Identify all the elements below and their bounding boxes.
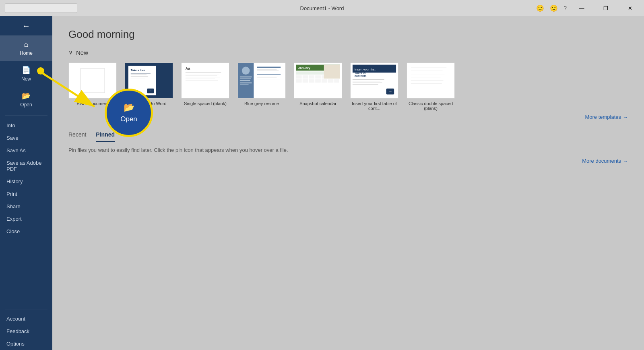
svg-rect-17 [186, 80, 218, 81]
menu-item-share[interactable]: Share [0, 200, 52, 213]
svg-rect-47 [309, 79, 314, 83]
template-toc[interactable]: Insert your first Table of contents → In… [350, 62, 398, 111]
document-tabs: Recent Pinned [68, 128, 628, 142]
template-label-calendar: Snapshot calendar [299, 101, 336, 106]
template-thumb-single-spaced: Aa [181, 62, 229, 99]
svg-rect-22 [240, 77, 252, 77]
titlebar: Document1 - Word 🙂 🙁 ? — ❐ ✕ [0, 0, 644, 16]
svg-rect-23 [240, 79, 251, 79]
close-button[interactable]: ✕ [621, 0, 639, 16]
menu-item-print[interactable]: Print [0, 188, 52, 200]
sidebar-label-home: Home [20, 50, 33, 56]
menu-item-export[interactable]: Export [0, 213, 52, 225]
menu-item-save-as[interactable]: Save As [0, 144, 52, 157]
menu-item-feedback[interactable]: Feedback [0, 325, 52, 338]
template-thumb-toc: Insert your first Table of contents → [350, 62, 398, 99]
svg-rect-32 [257, 77, 277, 78]
svg-rect-51 [334, 79, 339, 83]
svg-text:Take a tour: Take a tour [131, 69, 145, 72]
sidebar-divider-1 [5, 116, 47, 116]
template-single-spaced[interactable]: Aa Single spaced (blank) [181, 62, 229, 111]
svg-rect-38 [296, 75, 302, 79]
svg-rect-59 [353, 81, 380, 81]
svg-line-71 [38, 70, 95, 107]
svg-rect-27 [257, 67, 281, 68]
svg-rect-45 [296, 79, 302, 83]
open-button-overlay[interactable]: 📂 Open [105, 89, 153, 137]
svg-rect-25 [240, 83, 252, 83]
arrow-right-icon-2: → [623, 158, 628, 164]
search-input[interactable] [5, 3, 77, 13]
tab-recent[interactable]: Recent [68, 128, 86, 142]
annotation-arrow [34, 62, 115, 115]
new-section-label: New [76, 49, 88, 56]
svg-rect-33 [257, 79, 280, 79]
svg-rect-30 [257, 74, 281, 75]
svg-rect-5 [131, 75, 147, 75]
svg-rect-68 [411, 77, 441, 77]
maximize-button[interactable]: ❐ [597, 0, 615, 16]
svg-rect-13 [186, 74, 219, 74]
svg-rect-14 [186, 75, 217, 76]
svg-rect-16 [186, 79, 215, 79]
svg-rect-46 [303, 79, 308, 83]
svg-rect-60 [353, 83, 382, 83]
svg-rect-58 [353, 79, 384, 80]
titlebar-title: Document1 - Word [300, 5, 344, 11]
template-classic[interactable]: Classic double spaced (blank) [407, 62, 455, 111]
menu-item-account[interactable]: Account [0, 313, 52, 325]
sidebar-bottom: Account Feedback Options [0, 306, 52, 350]
template-label-toc: Insert your first table of cont... [350, 101, 398, 111]
svg-rect-18 [186, 82, 217, 82]
svg-rect-50 [328, 79, 334, 83]
template-calendar[interactable]: January [294, 62, 342, 111]
svg-rect-39 [303, 75, 308, 79]
titlebar-search-area[interactable] [5, 3, 77, 13]
svg-rect-7 [131, 78, 145, 78]
open-folder-icon: 📂 [22, 91, 31, 100]
svg-text:→: → [388, 89, 392, 93]
svg-rect-65 [411, 68, 447, 68]
greeting-text: Good morning [68, 28, 628, 41]
svg-rect-48 [315, 79, 321, 83]
menu-item-history[interactable]: History [0, 175, 52, 188]
svg-rect-40 [309, 75, 314, 79]
minimize-button[interactable]: — [572, 0, 591, 16]
svg-rect-29 [257, 70, 279, 71]
new-section-header[interactable]: ∨ New [68, 49, 628, 56]
help-icon[interactable]: ? [564, 5, 567, 11]
sidebar-label-new: New [21, 76, 31, 82]
svg-rect-26 [240, 85, 249, 85]
template-label-classic: Classic double spaced (blank) [407, 101, 455, 111]
templates-grid: Blank document Take a tour → [68, 62, 628, 111]
sidebar-label-open: Open [20, 102, 32, 108]
svg-rect-15 [186, 77, 221, 77]
menu-item-save[interactable]: Save [0, 132, 52, 144]
pinned-message: Pin files you want to easily find later.… [68, 147, 628, 153]
svg-rect-49 [322, 79, 327, 83]
sidebar-divider-2 [5, 309, 47, 309]
menu-item-save-adobe[interactable]: Save as Adobe PDF [0, 157, 52, 175]
svg-rect-61 [353, 84, 378, 85]
arrow-right-icon: → [623, 114, 628, 120]
svg-rect-4 [131, 73, 151, 73]
open-folder-overlay-icon: 📂 [124, 102, 134, 113]
back-button[interactable]: ← [0, 16, 52, 35]
template-thumb-resume [237, 62, 286, 99]
svg-text:Aa: Aa [186, 66, 190, 70]
menu-item-close[interactable]: Close [0, 225, 52, 238]
open-button-label: Open [120, 115, 137, 123]
sidebar-item-home[interactable]: ⌂ Home [0, 35, 52, 61]
svg-text:contents: contents [355, 74, 367, 78]
menu-item-info[interactable]: Info [0, 119, 52, 132]
template-resume[interactable]: Blue grey resume [237, 62, 286, 111]
menu-item-options[interactable]: Options [0, 338, 52, 350]
svg-text:January: January [298, 66, 311, 70]
emoji-happy-icon[interactable]: 🙂 [536, 4, 544, 12]
svg-text:→: → [149, 89, 152, 93]
template-thumb-calendar: January [294, 62, 342, 99]
svg-rect-41 [315, 75, 321, 79]
emoji-sad-icon[interactable]: 🙁 [550, 4, 558, 12]
svg-rect-28 [257, 69, 277, 69]
more-documents-link[interactable]: More documents → [68, 158, 628, 164]
